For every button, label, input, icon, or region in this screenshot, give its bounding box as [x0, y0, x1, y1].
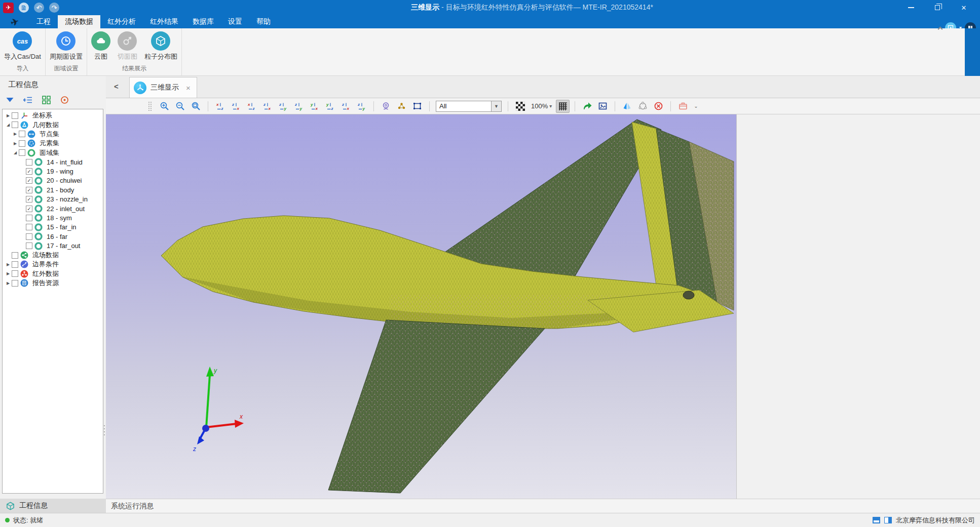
menu-item-0[interactable]: 工程: [29, 15, 58, 28]
new-document-icon[interactable]: 🗎: [19, 3, 29, 13]
3d-viewport[interactable]: y x z: [106, 114, 736, 499]
collapse-sidebar-icon[interactable]: <: [114, 82, 119, 91]
tree-item-13[interactable]: 16 - far: [3, 232, 103, 241]
view-iso-2-button[interactable]: yz: [323, 100, 337, 113]
view-top-button[interactable]: zy: [276, 100, 290, 113]
delete-view-button[interactable]: [652, 100, 665, 113]
view-right-button[interactable]: xz: [245, 100, 258, 113]
zoom-dropdown-icon[interactable]: ▾: [549, 103, 552, 109]
background-toggle-button[interactable]: [513, 100, 527, 113]
tree-checkbox[interactable]: [19, 149, 25, 156]
tree-item-18[interactable]: ▶报告资源: [3, 278, 103, 288]
section-sphere-button[interactable]: [636, 100, 650, 113]
zoom-fit-button[interactable]: [189, 100, 203, 113]
view-iso-4-button[interactable]: zy: [355, 100, 368, 113]
tree-checkbox[interactable]: [26, 242, 32, 249]
minimize-button[interactable]: [898, 0, 924, 15]
tree-checkbox[interactable]: [12, 252, 18, 259]
tree-checkbox[interactable]: ✓: [26, 168, 32, 175]
tree-item-3[interactable]: ▶元素集: [3, 139, 103, 148]
tree-checkbox[interactable]: [12, 261, 18, 268]
panel-toggle-icon[interactable]: [884, 517, 892, 523]
zoom-level-select[interactable]: 100%▾: [531, 102, 552, 110]
tree-item-8[interactable]: ✓21 - body: [3, 185, 103, 194]
save-scene-button[interactable]: [676, 100, 690, 113]
ribbon-button-0-0[interactable]: cas导入Cas/Dat: [1, 30, 44, 62]
tree-item-11[interactable]: 18 - sym: [3, 213, 103, 222]
view-iso-1-button[interactable]: yx: [308, 100, 321, 113]
tree-checkbox[interactable]: ✓: [26, 187, 32, 193]
tree-item-1[interactable]: ◢几何数据: [3, 120, 103, 129]
menu-item-2[interactable]: 红外分析: [100, 15, 143, 28]
undo-icon[interactable]: ↶: [34, 3, 44, 13]
tree-item-9[interactable]: ✓23 - nozzle_in: [3, 195, 103, 204]
expander-icon[interactable]: ▶: [5, 281, 12, 286]
tree-checkbox[interactable]: ✓: [26, 196, 32, 202]
tab-3d-view[interactable]: 三维显示 ×: [129, 77, 197, 98]
tree-item-2[interactable]: ▶节点集: [3, 130, 103, 139]
tree-checkbox[interactable]: [26, 215, 32, 221]
snapshot-button[interactable]: [596, 100, 610, 113]
tree-item-4[interactable]: ◢面域集: [3, 148, 103, 157]
tree-item-5[interactable]: 14 - int_fluid: [3, 157, 103, 167]
tree-checkbox[interactable]: [12, 112, 18, 119]
tree-item-0[interactable]: ▶坐标系: [3, 111, 103, 120]
expander-icon[interactable]: ◢: [12, 150, 19, 155]
toolbar-drag-handle[interactable]: [148, 102, 152, 111]
zoom-in-button[interactable]: [158, 100, 171, 113]
expander-icon[interactable]: ▶: [5, 113, 12, 118]
menu-item-6[interactable]: 帮助: [249, 15, 278, 28]
sidebar-footer-tab[interactable]: 工程信息: [0, 499, 106, 513]
tree-checkbox[interactable]: [12, 121, 18, 128]
collapse-list-icon[interactable]: [22, 94, 33, 105]
view-front-button[interactable]: xz: [213, 100, 227, 113]
tree-item-10[interactable]: ✓22 - inlet_out: [3, 204, 103, 213]
menu-item-3[interactable]: 红外结果: [143, 15, 185, 28]
ribbon-button-1-0[interactable]: 周期面设置: [47, 30, 86, 62]
tree-item-7[interactable]: ✓20 - chuiwei: [3, 176, 103, 185]
locate-target-icon[interactable]: [59, 94, 70, 105]
view-iso-3-button[interactable]: zx: [339, 100, 353, 113]
tree-checkbox[interactable]: ✓: [26, 206, 32, 212]
menu-item-4[interactable]: 数据库: [185, 15, 221, 28]
tree-checkbox[interactable]: [19, 131, 25, 137]
view-bottom-button[interactable]: zy: [292, 100, 306, 113]
expander-icon[interactable]: ▶: [12, 141, 19, 146]
view-left-button[interactable]: zx: [260, 100, 274, 113]
box-select-button[interactable]: [410, 100, 424, 113]
more-options-icon[interactable]: ⌄: [694, 103, 698, 109]
combo-dropdown-icon[interactable]: ▼: [492, 101, 502, 112]
view-back-button[interactable]: zx: [229, 100, 243, 113]
display-filter-combo[interactable]: All▼: [436, 101, 502, 112]
expander-icon[interactable]: ▶: [12, 132, 19, 136]
mesh-grid-toggle-button[interactable]: [556, 100, 570, 113]
tree-item-6[interactable]: ✓19 - wing: [3, 167, 103, 176]
tree-checkbox[interactable]: [26, 159, 32, 166]
close-tab-icon[interactable]: ×: [186, 84, 191, 92]
ribbon-button-2-2[interactable]: 粒子分布图: [141, 30, 180, 62]
ribbon-button-2-0[interactable]: 云图: [88, 30, 114, 62]
grid-view-icon[interactable]: [41, 94, 52, 105]
menu-item-1[interactable]: 流场数据: [58, 15, 100, 28]
export-button[interactable]: [580, 100, 594, 113]
expander-icon[interactable]: ▶: [5, 262, 12, 267]
expander-icon[interactable]: ▶: [5, 271, 12, 276]
tree-checkbox[interactable]: [12, 280, 18, 287]
perspective-button[interactable]: [379, 100, 393, 113]
menu-item-5[interactable]: 设置: [221, 15, 249, 28]
layout-toggle-icon[interactable]: [873, 517, 880, 523]
tree-checkbox[interactable]: ✓: [26, 177, 32, 184]
tree-checkbox[interactable]: [26, 224, 32, 230]
tree-checkbox[interactable]: [26, 233, 32, 240]
mirror-button[interactable]: [620, 100, 634, 113]
filter-icon[interactable]: [4, 94, 15, 105]
tree-item-17[interactable]: ▶红外数据: [3, 269, 103, 278]
app-logo-icon[interactable]: ✈: [3, 3, 14, 13]
collapse-ribbon-button[interactable]: [936, 24, 944, 31]
tree-checkbox[interactable]: [12, 270, 18, 277]
redo-icon[interactable]: ↷: [49, 3, 59, 13]
tree-checkbox[interactable]: [19, 140, 25, 147]
tree-item-12[interactable]: 15 - far_in: [3, 223, 103, 232]
tree-item-15[interactable]: 流场数据: [3, 251, 103, 260]
tree-item-14[interactable]: 17 - far_out: [3, 241, 103, 250]
